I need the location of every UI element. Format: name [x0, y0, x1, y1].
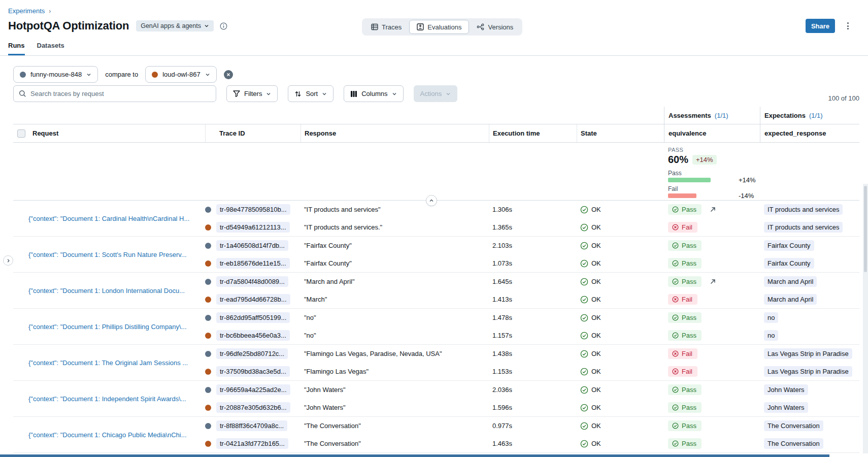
- request-link[interactable]: {"context": "Document 1: Cardinal Health…: [28, 215, 205, 222]
- actions-button[interactable]: Actions: [414, 85, 458, 102]
- info-icon[interactable]: [220, 22, 227, 30]
- breadcrumb-experiments-link[interactable]: Experiments: [8, 7, 45, 15]
- trace-id-link[interactable]: tr-ead795d4d66728b...: [216, 294, 290, 305]
- expected-response-value: IT products and services: [764, 204, 843, 215]
- share-button[interactable]: Share: [806, 19, 835, 33]
- experiment-category-dropdown[interactable]: GenAI apps & agents: [136, 20, 214, 31]
- request-link[interactable]: {"context": "Document 1: Chicago Public …: [28, 431, 205, 439]
- response-value: "John Waters": [301, 399, 489, 416]
- trace-id-link[interactable]: tr-96659a4a225ad2e...: [216, 384, 290, 395]
- expected-response-value: The Conversation: [764, 420, 823, 431]
- equivalence-column-header[interactable]: equivalence: [664, 124, 760, 142]
- pass-check-icon: [672, 440, 679, 447]
- ok-check-icon: [580, 278, 588, 286]
- response-value: "March": [301, 290, 489, 308]
- open-comparison-icon[interactable]: [710, 206, 716, 213]
- request-link[interactable]: {"context": "Document 1: Phillips Distil…: [28, 323, 205, 331]
- clear-compare-icon[interactable]: [224, 70, 233, 79]
- assessment-fail-badge[interactable]: Fail: [668, 222, 697, 233]
- execution-time-column-header[interactable]: Execution time: [489, 124, 577, 142]
- expected-response-column-header[interactable]: expected_response: [760, 124, 859, 142]
- trace-id-link[interactable]: tr-d7a5804f48d0089...: [216, 276, 288, 287]
- assessment-pass-badge[interactable]: Pass: [668, 384, 702, 395]
- horizontal-scrollbar-thumb[interactable]: [0, 454, 829, 457]
- ok-check-icon: [580, 440, 588, 448]
- request-link[interactable]: {"context": "Document 1: Independent Spi…: [28, 395, 205, 403]
- assessment-pass-badge[interactable]: Pass: [668, 276, 702, 287]
- collapse-summary-icon[interactable]: [426, 195, 437, 206]
- response-value: "The Conversation": [301, 435, 489, 452]
- trace-id-link[interactable]: tr-862dd95aff505199...: [216, 312, 290, 323]
- ok-check-icon: [580, 404, 588, 412]
- bar-delta: -14%: [739, 192, 754, 200]
- assessment-pass-badge[interactable]: Pass: [668, 240, 702, 251]
- assessment-pass-badge[interactable]: Pass: [668, 204, 702, 215]
- trace-id-link[interactable]: tr-1a406508d14f7db...: [216, 240, 288, 251]
- vertical-scrollbar[interactable]: [863, 184, 868, 453]
- execution-time-value: 0.977s: [489, 417, 577, 435]
- trace-id-link[interactable]: tr-98e47785095810b...: [216, 204, 290, 215]
- assessment-pass-badge[interactable]: Pass: [668, 420, 702, 431]
- trace-id-link[interactable]: tr-0421a3fd772b165...: [216, 438, 288, 449]
- overflow-menu-icon[interactable]: [842, 20, 854, 32]
- assessment-fail-badge[interactable]: Fail: [668, 348, 697, 359]
- vertical-scrollbar-thumb[interactable]: [864, 186, 867, 272]
- execution-time-value: 1.365s: [489, 218, 577, 236]
- columns-button[interactable]: Columns: [344, 85, 403, 102]
- state-value: OK: [577, 254, 664, 272]
- chevron-down-icon: [205, 72, 210, 77]
- sidebar-expand-icon[interactable]: [3, 255, 13, 266]
- run-b-dot: [152, 72, 158, 78]
- view-evaluations-button[interactable]: Evaluations: [409, 20, 469, 34]
- assessment-fail-badge[interactable]: Fail: [668, 366, 697, 377]
- trace-id-link[interactable]: tr-37509bd38ac3e5d...: [216, 366, 290, 377]
- search-icon: [19, 90, 26, 97]
- trace-id-link[interactable]: tr-d54949a61212113...: [216, 222, 290, 233]
- tab-runs[interactable]: Runs: [8, 42, 25, 55]
- assessment-pass-badge[interactable]: Pass: [668, 258, 702, 269]
- summary-delta-badge: +14%: [692, 155, 717, 165]
- request-link[interactable]: {"context": "Document 1: The Original Ja…: [28, 359, 205, 367]
- assessment-pass-badge[interactable]: Pass: [668, 402, 702, 413]
- request-link[interactable]: {"context": "Document 1: London Internat…: [28, 287, 205, 295]
- assessment-pass-badge[interactable]: Pass: [668, 330, 702, 341]
- search-input[interactable]: [30, 90, 211, 97]
- sort-button[interactable]: Sort: [288, 85, 333, 102]
- trace-id-link[interactable]: tr-bc6bbeea456e0a3...: [216, 330, 290, 341]
- tab-datasets[interactable]: Datasets: [37, 42, 64, 55]
- response-value: "IT products and services": [301, 201, 489, 218]
- view-versions-button[interactable]: Versions: [469, 20, 521, 34]
- run-dot: [205, 297, 211, 303]
- assessment-pass-badge[interactable]: Pass: [668, 312, 702, 323]
- state-column-header[interactable]: State: [577, 124, 664, 142]
- summary-metric-label: PASS: [668, 147, 760, 153]
- run-b-select[interactable]: loud-owl-867: [145, 66, 216, 83]
- ok-check-icon: [580, 296, 588, 304]
- response-value: "Flamingo Las Vegas": [301, 363, 489, 380]
- expected-response-value: John Waters: [764, 384, 808, 395]
- trace-id-link[interactable]: tr-8f88ff36c4709a8c...: [216, 420, 287, 431]
- expected-response-value: Fairfax County: [764, 258, 814, 269]
- trace-id-link[interactable]: tr-96dfe25bd80712c...: [216, 348, 288, 359]
- view-switcher: Traces Evaluations Versions: [362, 18, 522, 36]
- tab-bar: Runs Datasets: [8, 42, 64, 55]
- trace-id-link[interactable]: tr-eb185676de11e15...: [216, 258, 290, 269]
- actions-label: Actions: [420, 90, 442, 97]
- request-link[interactable]: {"context": "Document 1: Scott's Run Nat…: [28, 251, 205, 258]
- request-column-header[interactable]: Request: [32, 129, 58, 137]
- run-a-select[interactable]: funny-mouse-848: [13, 66, 98, 83]
- table-body: {"context": "Document 1: Cardinal Health…: [13, 201, 859, 453]
- select-all-checkbox[interactable]: [17, 129, 25, 138]
- trace-id-column-header[interactable]: Trace ID: [205, 124, 301, 142]
- response-value: "Fairfax County": [301, 254, 489, 272]
- assessment-fail-badge[interactable]: Fail: [668, 294, 697, 305]
- response-column-header[interactable]: Response: [301, 124, 489, 142]
- column-group-header-row: Assessments (1/1) Expectations (1/1): [13, 107, 859, 124]
- state-value: OK: [577, 381, 664, 399]
- trace-id-link[interactable]: tr-20887e305d632b6...: [216, 402, 290, 413]
- view-traces-button[interactable]: Traces: [363, 20, 409, 34]
- open-comparison-icon[interactable]: [710, 278, 716, 285]
- filters-button[interactable]: Filters: [226, 85, 278, 102]
- assessment-pass-badge[interactable]: Pass: [668, 438, 702, 449]
- assessments-group-header: Assessments (1/1): [664, 107, 760, 124]
